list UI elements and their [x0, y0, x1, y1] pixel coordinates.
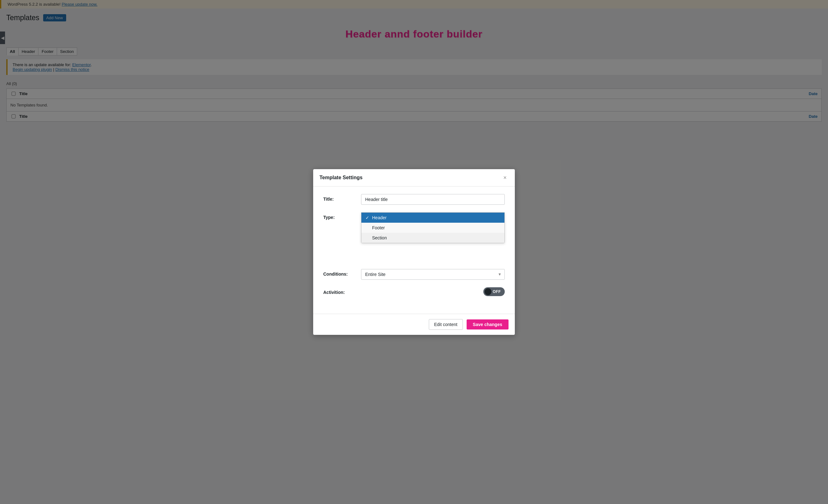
type-select-wrap: Header ▼ ✓ Header Footer [361, 212, 505, 244]
type-option-section[interactable]: Section [361, 233, 504, 243]
modal-title: Template Settings [320, 175, 363, 180]
title-input[interactable] [361, 194, 505, 205]
modal-footer: Edit content Save changes [313, 314, 515, 335]
activation-form-row: Activition: OFF [323, 287, 505, 296]
modal-close-button[interactable]: × [501, 174, 508, 181]
conditions-form-row: Conditions: Entire Site Single Post Sing… [323, 269, 505, 280]
activation-toggle[interactable]: OFF [483, 287, 505, 296]
type-option-header-label: Header [372, 215, 386, 220]
modal-header: Template Settings × [313, 169, 515, 186]
type-option-header[interactable]: ✓ Header [361, 213, 504, 223]
template-settings-modal: Template Settings × Title: Type: Header [313, 169, 515, 335]
activation-label: Activition: [323, 287, 361, 295]
toggle-knob [485, 288, 492, 295]
edit-content-button[interactable]: Edit content [429, 319, 463, 330]
type-option-footer-label: Footer [372, 225, 385, 230]
activation-toggle-wrap: OFF [361, 287, 505, 296]
conditions-select-wrap: Entire Site Single Post Single Page Arch… [361, 269, 505, 280]
toggle-state-label: OFF [493, 290, 501, 294]
modal-overlay[interactable]: Template Settings × Title: Type: Header [0, 0, 828, 504]
type-label: Type: [323, 212, 361, 220]
conditions-select[interactable]: Entire Site Single Post Single Page Arch… [361, 269, 505, 280]
title-form-row: Title: [323, 194, 505, 205]
type-dropdown-open: ✓ Header Footer Section [361, 212, 505, 243]
title-label: Title: [323, 194, 361, 202]
title-input-wrap [361, 194, 505, 205]
type-option-footer[interactable]: Footer [361, 223, 504, 233]
check-icon-header: ✓ [365, 215, 370, 220]
type-option-section-label: Section [372, 235, 387, 240]
type-form-row: Type: Header ▼ ✓ Header [323, 212, 505, 244]
save-changes-button[interactable]: Save changes [467, 320, 508, 330]
conditions-label: Conditions: [323, 269, 361, 277]
modal-body: Title: Type: Header ▼ ✓ [313, 186, 515, 314]
